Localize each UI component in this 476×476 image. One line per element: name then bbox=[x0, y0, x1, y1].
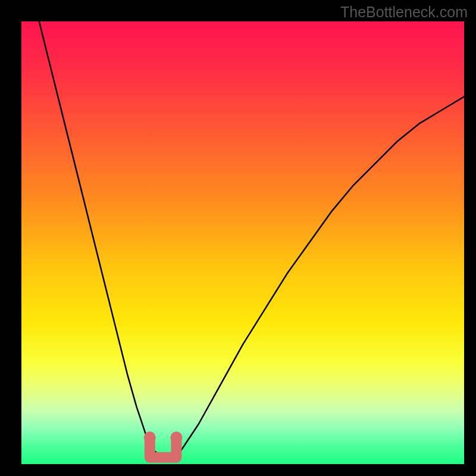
marker-right-edge bbox=[170, 431, 182, 443]
bottleneck-curve bbox=[39, 21, 464, 458]
curve-layer bbox=[21, 21, 464, 464]
watermark-text: TheBottleneck.com bbox=[340, 4, 468, 21]
chart-frame: TheBottleneck.com bbox=[0, 0, 476, 476]
marker-left-edge bbox=[144, 431, 156, 443]
plot-area bbox=[21, 21, 464, 464]
